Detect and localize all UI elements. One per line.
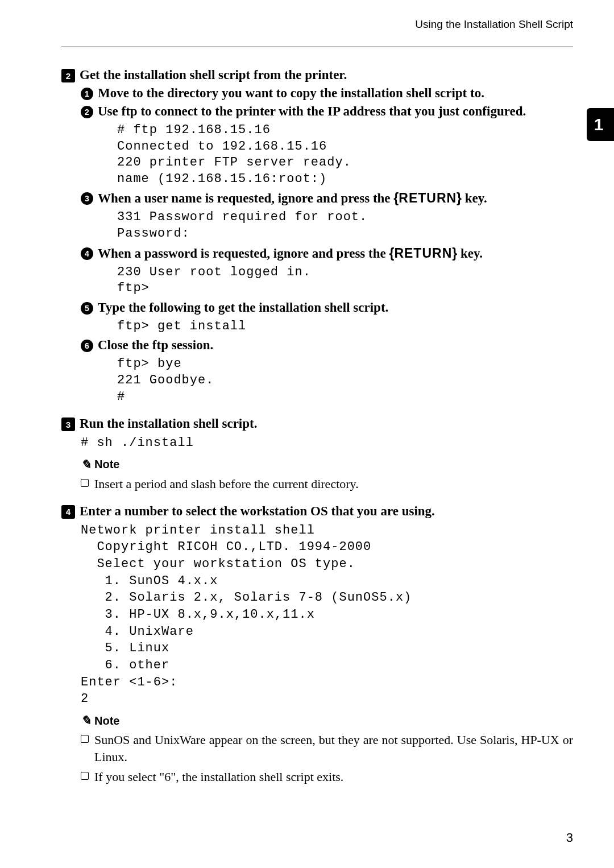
header-section-title: Using the Installation Shell Script bbox=[415, 18, 573, 31]
note-4-2-text: If you select "6", the installation shel… bbox=[94, 768, 343, 786]
pencil-icon: ✎ bbox=[81, 457, 91, 472]
note-label: Note bbox=[94, 458, 119, 471]
note-3-1-text: Insert a period and slash before the cur… bbox=[94, 476, 359, 493]
substep-2-1: 1 Move to the directory you want to copy… bbox=[81, 86, 573, 101]
page-number: 3 bbox=[566, 830, 573, 845]
note-bullet-icon bbox=[81, 479, 89, 487]
step-number-badge: 4 bbox=[61, 505, 75, 519]
substep-badge: 3 bbox=[81, 192, 93, 205]
key-open-bracket: { bbox=[393, 191, 399, 205]
substep-2-4: 4 When a password is requested, ignore a… bbox=[81, 246, 573, 261]
step-number-badge: 2 bbox=[61, 69, 75, 82]
step-4-text: Enter a number to select the workstation… bbox=[80, 504, 435, 519]
header-rule bbox=[61, 47, 573, 47]
chapter-tab: 1 bbox=[587, 108, 614, 141]
note-heading: ✎ Note bbox=[81, 457, 573, 472]
note-bullet-icon bbox=[81, 772, 89, 780]
code-block-password: 230 User root logged in. ftp> bbox=[117, 264, 573, 297]
code-block-os-select: Network printer install shell Copyright … bbox=[81, 522, 573, 708]
substep-2-6: 6 Close the ftp session. bbox=[81, 338, 573, 353]
step-4: 4 Enter a number to select the workstati… bbox=[61, 504, 573, 519]
header-underline bbox=[403, 47, 573, 47]
code-block-username: 331 Password required for root. Password… bbox=[117, 209, 573, 242]
step-number-badge: 3 bbox=[61, 418, 75, 431]
substep-2-6-text: Close the ftp session. bbox=[98, 338, 213, 353]
note-3-1: Insert a period and slash before the cur… bbox=[81, 476, 573, 493]
note-bullet-icon bbox=[81, 735, 89, 743]
substep-2-2-text: Use ftp to connect to the printer with t… bbox=[98, 104, 526, 119]
step-3-text: Run the installation shell script. bbox=[80, 416, 257, 431]
note-label: Note bbox=[94, 714, 119, 728]
page-header: Using the Installation Shell Script bbox=[61, 32, 573, 47]
chapter-tab-number: 1 bbox=[594, 115, 604, 134]
substep-badge: 5 bbox=[81, 302, 93, 315]
code-block-bye: ftp> bye 221 Goodbye. # bbox=[117, 356, 573, 405]
code-block-sh-install: # sh ./install bbox=[81, 435, 573, 452]
key-close-bracket: } bbox=[457, 191, 462, 205]
code-block-ftp-connect: # ftp 192.168.15.16 Connected to 192.168… bbox=[117, 122, 573, 187]
code-block-get-install: ftp> get install bbox=[117, 319, 573, 335]
substep-2-4-text: When a password is requested, ignore and… bbox=[98, 246, 483, 261]
step-2-substeps: 1 Move to the directory you want to copy… bbox=[81, 86, 573, 405]
text-pre: When a user name is requested, ignore an… bbox=[98, 191, 393, 205]
substep-badge: 4 bbox=[81, 247, 93, 260]
step-2-text: Get the installation shell script from t… bbox=[80, 68, 347, 82]
text-post: key. bbox=[457, 246, 483, 261]
return-key-label: RETURN bbox=[394, 246, 452, 261]
text-pre: When a password is requested, ignore and… bbox=[98, 246, 389, 261]
substep-2-1-text: Move to the directory you want to copy t… bbox=[98, 86, 484, 101]
substep-badge: 6 bbox=[81, 340, 93, 352]
pencil-icon: ✎ bbox=[81, 713, 91, 728]
note-4-2: If you select "6", the installation shel… bbox=[81, 768, 573, 786]
substep-2-3: 3 When a user name is requested, ignore … bbox=[81, 191, 573, 206]
document-page: Using the Installation Shell Script 1 2 … bbox=[0, 0, 614, 868]
page-content: 2 Get the installation shell script from… bbox=[61, 68, 573, 786]
substep-badge: 2 bbox=[81, 106, 93, 118]
substep-2-3-text: When a user name is requested, ignore an… bbox=[98, 191, 487, 206]
substep-2-5-text: Type the following to get the installati… bbox=[98, 300, 388, 315]
step-3: 3 Run the installation shell script. bbox=[61, 416, 573, 431]
substep-2-5: 5 Type the following to get the installa… bbox=[81, 300, 573, 315]
note-heading: ✎ Note bbox=[81, 713, 573, 728]
step-2: 2 Get the installation shell script from… bbox=[61, 68, 573, 82]
substep-badge: 1 bbox=[81, 88, 93, 100]
key-close-bracket: } bbox=[452, 246, 457, 261]
note-4-1-text: SunOS and UnixWare appear on the screen,… bbox=[94, 731, 573, 765]
substep-2-2: 2 Use ftp to connect to the printer with… bbox=[81, 104, 573, 119]
note-4-1: SunOS and UnixWare appear on the screen,… bbox=[81, 731, 573, 765]
return-key-label: RETURN bbox=[399, 191, 457, 205]
text-post: key. bbox=[462, 191, 487, 205]
